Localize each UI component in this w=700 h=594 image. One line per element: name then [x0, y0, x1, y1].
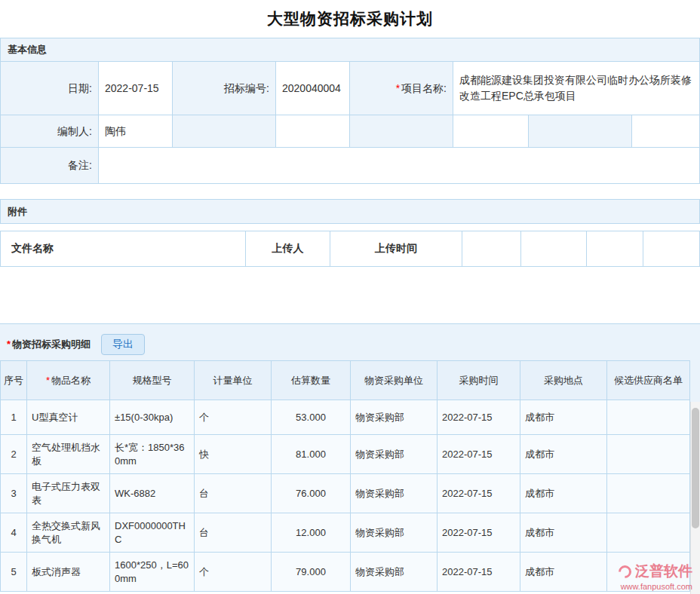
basic-info-section: 基本信息 日期: 2022-07-15 招标编号: 2020040004 * 项…: [0, 38, 700, 184]
page-title: 大型物资招标采购计划: [0, 0, 700, 38]
bid-no-label: 招标编号:: [173, 62, 276, 115]
cell-purchase-time: 2022-07-15: [438, 513, 520, 553]
cell-seq: 3: [1, 474, 27, 513]
basic-info-header: 基本信息: [1, 38, 699, 62]
cell-qty: 76.000: [272, 474, 351, 513]
cell-purchase-time: 2022-07-15: [438, 435, 520, 474]
col-qty: 估算数量: [272, 361, 351, 400]
cell-item-name: U型真空计: [27, 400, 110, 435]
empty-value-cell: [276, 115, 350, 147]
col-upload-time: 上传时间: [330, 231, 462, 266]
detail-section-title-text: 物资招标采购明细: [12, 338, 91, 350]
cell-candidate-suppliers: [607, 400, 690, 435]
col-unit: 计量单位: [195, 361, 272, 400]
detail-section-title: *物资招标采购明细: [7, 338, 91, 351]
cell-purchase-place: 成都市: [520, 400, 607, 435]
cell-candidate-suppliers: [607, 474, 690, 513]
cell-purchase-unit: 物资采购部: [351, 474, 438, 513]
cell-purchase-time: 2022-07-15: [438, 400, 520, 435]
detail-section: *物资招标采购明细 导出 序号 * 物品名称 规格型号 计量单位 估算数量 物资…: [0, 323, 700, 592]
cell-spec: DXF0000000THC: [110, 513, 195, 553]
export-button[interactable]: 导出: [101, 334, 145, 355]
empty-header-cell: [462, 231, 521, 266]
cell-unit: 台: [195, 474, 272, 513]
date-value: 2022-07-15: [99, 62, 173, 115]
cell-item-name: 电子式压力表双表: [27, 474, 110, 513]
detail-table: 序号 * 物品名称 规格型号 计量单位 估算数量 物资采购单位 采购时间 采购地…: [0, 360, 690, 592]
empty-label-cell: [173, 115, 276, 147]
form-row-1: 日期: 2022-07-15 招标编号: 2020040004 * 项目名称: …: [1, 62, 699, 115]
fanpu-logo-icon: [616, 562, 634, 580]
table-row[interactable]: 1 U型真空计 ±15(0-30kpa) 个 53.000 物资采购部 2022…: [1, 400, 690, 435]
table-row[interactable]: 4 全热交换式新风换气机 DXF0000000THC 台 12.000 物资采购…: [1, 513, 690, 553]
compiler-label: 编制人:: [1, 115, 99, 147]
col-purchase-time: 采购时间: [438, 361, 520, 400]
detail-section-bar: *物资招标采购明细 导出: [0, 333, 700, 356]
watermark: 泛普软件 www.fanpusoft.com: [619, 562, 692, 591]
cell-unit: 台: [195, 513, 272, 553]
detail-table-body: 1 U型真空计 ±15(0-30kpa) 个 53.000 物资采购部 2022…: [1, 400, 690, 592]
remark-value: [99, 148, 699, 183]
project-name-value: 成都能源建设集团投资有限公司临时办公场所装修改造工程EPC总承包项目: [453, 62, 699, 115]
cell-unit: 个: [195, 553, 272, 592]
date-label: 日期:: [1, 62, 99, 115]
cell-seq: 2: [1, 435, 27, 474]
cell-seq: 5: [1, 553, 27, 592]
col-purchase-place: 采购地点: [520, 361, 607, 400]
watermark-brand: 泛普软件: [635, 562, 692, 581]
detail-table-header: 序号 * 物品名称 规格型号 计量单位 估算数量 物资采购单位 采购时间 采购地…: [1, 361, 690, 400]
cell-purchase-place: 成都市: [520, 553, 607, 592]
col-item-name: * 物品名称: [27, 361, 110, 400]
cell-item-name: 板式消声器: [27, 553, 110, 592]
bid-no-value: 2020040004: [276, 62, 350, 115]
table-row[interactable]: 3 电子式压力表双表 WK-6882 台 76.000 物资采购部 2022-0…: [1, 474, 690, 513]
required-asterisk: *: [46, 374, 50, 387]
empty-label-cell: [529, 115, 632, 147]
spacer: [0, 224, 700, 231]
table-row[interactable]: 2 空气处理机挡水板 长*宽：1850*360mm 快 81.000 物资采购部…: [1, 435, 690, 474]
empty-header-cell: [521, 231, 587, 266]
cell-spec: WK-6882: [110, 474, 195, 513]
table-row[interactable]: 5 板式消声器 1600*250，L=600mm 个 79.000 物资采购部 …: [1, 553, 690, 592]
purchase-plan-page: 大型物资招标采购计划 基本信息 日期: 2022-07-15 招标编号: 202…: [0, 0, 700, 594]
cell-unit: 快: [195, 435, 272, 474]
attachments-section-bar: 附件: [0, 199, 700, 224]
spacer: [0, 267, 700, 323]
cell-purchase-time: 2022-07-15: [438, 553, 520, 592]
attachments-table-header: 文件名称 上传人 上传时间: [0, 231, 700, 267]
col-seq: 序号: [1, 361, 27, 400]
project-name-label-text: 项目名称:: [401, 81, 447, 96]
cell-unit: 个: [195, 400, 272, 435]
col-purchase-unit: 物资采购单位: [351, 361, 438, 400]
compiler-value: 陶伟: [99, 115, 173, 147]
col-candidate-suppliers: 候选供应商名单: [607, 361, 690, 400]
cell-purchase-place: 成都市: [520, 513, 607, 553]
spacer: [0, 184, 700, 199]
empty-value-cell: [632, 115, 699, 147]
cell-qty: 53.000: [272, 400, 351, 435]
form-row-3: 备注:: [1, 148, 699, 183]
cell-qty: 81.000: [272, 435, 351, 474]
cell-candidate-suppliers: [607, 513, 690, 553]
scrollbar-thumb[interactable]: [692, 408, 699, 528]
cell-candidate-suppliers: [607, 435, 690, 474]
project-name-label: * 项目名称:: [350, 62, 453, 115]
attachments-header: 附件: [1, 200, 699, 223]
remark-label: 备注:: [1, 148, 99, 183]
cell-purchase-unit: 物资采购部: [351, 553, 438, 592]
col-item-name-text: 物品名称: [51, 374, 91, 387]
empty-value-cell: [453, 115, 529, 147]
cell-seq: 4: [1, 513, 27, 553]
empty-label-cell: [350, 115, 453, 147]
cell-qty: 12.000: [272, 513, 351, 553]
cell-spec: 长*宽：1850*360mm: [110, 435, 195, 474]
cell-qty: 79.000: [272, 553, 351, 592]
empty-header-cell: [643, 231, 699, 266]
cell-purchase-unit: 物资采购部: [351, 400, 438, 435]
cell-spec: 1600*250，L=600mm: [110, 553, 195, 592]
cell-purchase-place: 成都市: [520, 435, 607, 474]
cell-item-name: 全热交换式新风换气机: [27, 513, 110, 553]
col-file-name: 文件名称: [1, 231, 246, 266]
cell-purchase-time: 2022-07-15: [438, 474, 520, 513]
cell-seq: 1: [1, 400, 27, 435]
